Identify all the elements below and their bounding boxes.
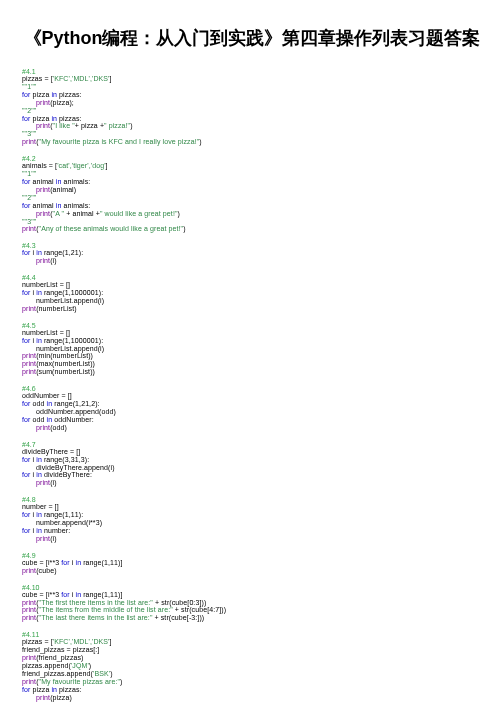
- code-line: print(sum(numberList)): [22, 368, 482, 376]
- section-4-4: #4.4: [22, 274, 482, 281]
- code-line: print(pizza);: [22, 99, 482, 107]
- code-line: pizzas.append('JQM'): [22, 662, 482, 670]
- section-4-11: #4.11: [22, 631, 482, 638]
- section-4-2: #4.2: [22, 155, 482, 162]
- code-line: for pizza in pizzas:: [22, 686, 482, 694]
- document-root: 《Python编程：从入门到实践》第四章操作列表习题答案 #4.1 pizzas…: [0, 0, 504, 713]
- code-line: print("My favourite pizza is KFC and I r…: [22, 138, 482, 146]
- code-line: for pizza in pizzas:: [22, 115, 482, 123]
- code-line: ""3"": [22, 130, 482, 138]
- code-line: for pizza in pizzas:: [22, 91, 482, 99]
- code-line: print(animal): [22, 186, 482, 194]
- code-line: print("The last there items in the list …: [22, 614, 482, 622]
- section-4-9: #4.9: [22, 552, 482, 559]
- code-line: print(friend_pizzas): [22, 654, 482, 662]
- code-line: friend_pizzas = pizzas[:]: [22, 646, 482, 654]
- section-4-1: #4.1: [22, 68, 482, 75]
- section-4-5: #4.5: [22, 322, 482, 329]
- code-line: for i in range(1,1000001):: [22, 289, 482, 297]
- code-line: for i in number:: [22, 527, 482, 535]
- code-line: ""3"": [22, 218, 482, 226]
- code-line: for odd in range(1,21,2):: [22, 400, 482, 408]
- code-line: print(odd): [22, 424, 482, 432]
- code-line: ""2"": [22, 194, 482, 202]
- page-title: 《Python编程：从入门到实践》第四章操作列表习题答案: [22, 26, 482, 50]
- code-line: for i in range(1,11):: [22, 511, 482, 519]
- code-line: print("I like "+ pizza +" pizza!"): [22, 122, 482, 130]
- section-4-10: #4.10: [22, 584, 482, 591]
- code-line: friend_pizzas.append('BSK'): [22, 670, 482, 678]
- code-line: numberList.append(i): [22, 297, 482, 305]
- code-line: pizzas = ['KFC','MDL','DKS']: [22, 638, 482, 646]
- section-4-8: #4.8: [22, 496, 482, 503]
- section-4-6: #4.6: [22, 385, 482, 392]
- code-line: print(min(numberList)): [22, 352, 482, 360]
- code-line: ""1"": [22, 170, 482, 178]
- code-line: numberList = []: [22, 329, 482, 337]
- code-line: print("The first there items in the list…: [22, 599, 482, 607]
- code-line: number.append(i**3): [22, 519, 482, 527]
- code-line: number = []: [22, 503, 482, 511]
- code-line: for i in range(1,21):: [22, 249, 482, 257]
- code-line: print(i): [22, 479, 482, 487]
- code-line: ""1"": [22, 83, 482, 91]
- code-line: numberList = []: [22, 281, 482, 289]
- code-line: for odd in oddNumber:: [22, 416, 482, 424]
- section-4-3: #4.3: [22, 242, 482, 249]
- code-line: numberList.append(i): [22, 345, 482, 353]
- code-line: print(numberList): [22, 305, 482, 313]
- code-line: cube = [i**3 for i in range(1,11)]: [22, 591, 482, 599]
- code-line: print(pizza): [22, 694, 482, 702]
- code-line: print("My favourite pizzas are:"): [22, 678, 482, 686]
- code-line: print(i): [22, 535, 482, 543]
- code-line: print("The items from the middle of the …: [22, 606, 482, 614]
- code-line: for i in divideByThere:: [22, 471, 482, 479]
- code-line: for i in range(3,31,3):: [22, 456, 482, 464]
- code-line: cube = [i**3 for i in range(1,11)]: [22, 559, 482, 567]
- code-line: for animal in animals:: [22, 178, 482, 186]
- code-line: ""2"": [22, 107, 482, 115]
- code-line: print("A " + animal +" would like a grea…: [22, 210, 482, 218]
- code-line: divideByThere = []: [22, 448, 482, 456]
- code-line: print(i): [22, 257, 482, 265]
- section-4-7: #4.7: [22, 441, 482, 448]
- code-line: oddNumber.append(odd): [22, 408, 482, 416]
- code-line: divideByThere.append(i): [22, 464, 482, 472]
- code-line: for i in range(1,1000001):: [22, 337, 482, 345]
- code-line: oddNumber = []: [22, 392, 482, 400]
- code-line: for animal in animals:: [22, 202, 482, 210]
- code-line: pizzas = ['KFC','MDL','DKS']: [22, 75, 482, 83]
- code-line: print(max(numberList)): [22, 360, 482, 368]
- code-line: print("Any of these animals would like a…: [22, 225, 482, 233]
- code-line: animals = ['cat','tiger','dog']: [22, 162, 482, 170]
- code-line: print(cube): [22, 567, 482, 575]
